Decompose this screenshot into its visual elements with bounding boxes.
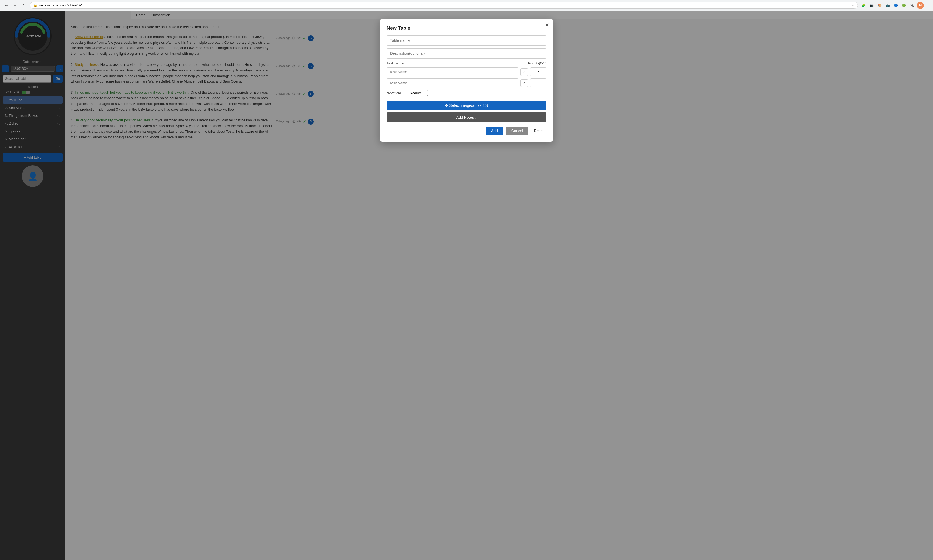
extension-icon-7[interactable]: 🔌 bbox=[909, 2, 915, 9]
task-expand-button-2[interactable]: ↗ bbox=[520, 79, 528, 87]
modal-title: New Table bbox=[387, 25, 546, 31]
description-input[interactable] bbox=[387, 48, 546, 58]
priority-input-1[interactable] bbox=[530, 68, 546, 76]
task-expand-button-1[interactable]: ↗ bbox=[520, 68, 528, 76]
extension-icon-6[interactable]: 🟢 bbox=[901, 2, 907, 9]
extension-icon-4[interactable]: 📺 bbox=[884, 2, 891, 9]
priority-label: Priority(0-5) bbox=[528, 61, 546, 65]
task-row-2: ↗ bbox=[387, 78, 546, 88]
new-field-row: New field + Reduce − bbox=[387, 89, 546, 96]
browser-navigation: ← → ↻ bbox=[3, 2, 28, 9]
task-name-label: Task name bbox=[387, 61, 404, 65]
add-button[interactable]: Add bbox=[486, 126, 503, 135]
new-table-modal: New Table ✕ Task name Priority(0-5) ↗ ↗ … bbox=[380, 19, 553, 142]
star-icon[interactable]: ☆ bbox=[851, 3, 854, 7]
table-name-input[interactable] bbox=[387, 35, 546, 46]
reduce-label: Reduce bbox=[410, 91, 422, 95]
extension-icon-1[interactable]: 🧩 bbox=[860, 2, 867, 9]
modal-footer: Add Cancel Reset bbox=[387, 126, 546, 135]
reset-button[interactable]: Reset bbox=[531, 126, 546, 135]
url-bar[interactable]: 🔒 ☆ bbox=[30, 2, 858, 9]
back-button[interactable]: ← bbox=[3, 2, 10, 9]
select-images-button[interactable]: ✤ Select images(max 20) bbox=[387, 101, 546, 110]
task-input-1[interactable] bbox=[387, 68, 518, 76]
modal-overlay: New Table ✕ Task name Priority(0-5) ↗ ↗ … bbox=[0, 11, 933, 560]
add-notes-button[interactable]: Add Notes ↓ bbox=[387, 112, 546, 122]
browser-icons: 🧩 📷 🎨 📺 🔵 🟢 🔌 M ⋮ bbox=[860, 2, 930, 9]
modal-close-button[interactable]: ✕ bbox=[545, 22, 549, 28]
task-priority-labels: Task name Priority(0-5) bbox=[387, 61, 546, 65]
reload-button[interactable]: ↻ bbox=[20, 2, 28, 9]
cancel-button[interactable]: Cancel bbox=[506, 126, 529, 135]
browser-bar: ← → ↻ 🔒 ☆ 🧩 📷 🎨 📺 🔵 🟢 🔌 M ⋮ bbox=[0, 0, 933, 11]
reduce-minus-icon: − bbox=[423, 91, 425, 95]
extension-icon-5[interactable]: 🔵 bbox=[893, 2, 899, 9]
task-row-1: ↗ bbox=[387, 68, 546, 76]
lock-icon: 🔒 bbox=[33, 3, 37, 7]
reduce-tag[interactable]: Reduce − bbox=[407, 89, 428, 96]
new-field-label: New field + bbox=[387, 91, 404, 95]
extension-icon-2[interactable]: 📷 bbox=[868, 2, 875, 9]
extension-icon-3[interactable]: 🎨 bbox=[876, 2, 883, 9]
task-input-2[interactable] bbox=[387, 78, 518, 88]
forward-button[interactable]: → bbox=[11, 2, 19, 9]
priority-input-2[interactable] bbox=[530, 78, 546, 88]
url-input[interactable] bbox=[39, 3, 850, 7]
menu-button[interactable]: ⋮ bbox=[925, 2, 930, 8]
user-avatar-icon[interactable]: M bbox=[917, 2, 924, 9]
